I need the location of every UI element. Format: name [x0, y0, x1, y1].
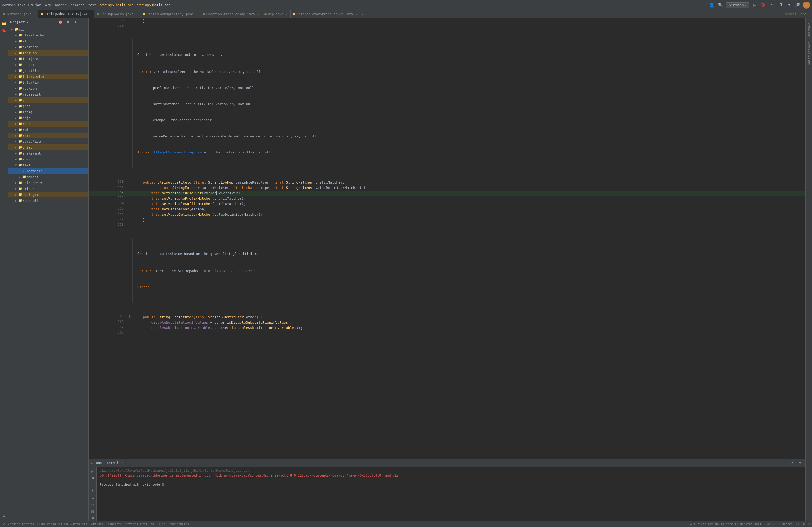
encoding-indicator[interactable]: UTF-8: [796, 522, 805, 526]
print-button[interactable]: 🖨: [90, 494, 96, 500]
list-item[interactable]: ▶ 📁 Interceptor: [8, 74, 88, 79]
breadcrumb-org[interactable]: org: [45, 3, 51, 7]
run-config[interactable]: TestMain ▾: [726, 2, 749, 8]
tab-functionstringleookup[interactable]: FunctionStringLookup.java ✕: [200, 10, 262, 18]
list-item[interactable]: ▶ 📁 tomcat: [8, 174, 88, 180]
reader-mode[interactable]: Reader Mode ✓: [785, 10, 812, 18]
list-item[interactable]: ▶ 📁 el: [8, 38, 88, 44]
bookmark-icon[interactable]: 🔖: [1, 27, 7, 34]
list-item[interactable]: ▶ 📁 exercise: [8, 44, 88, 50]
list-item[interactable]: ▼ 📂 text: [8, 162, 88, 168]
maximize-icon[interactable]: □: [797, 460, 803, 466]
list-item[interactable]: ▶ 📁 spring: [8, 156, 88, 162]
locate-icon[interactable]: 🎯: [57, 19, 64, 26]
close-icon[interactable]: ✕: [355, 13, 357, 16]
notifications-icon[interactable]: Notifications: [806, 40, 812, 67]
tab-stringlookup[interactable]: StringLookup.java ✕: [94, 10, 141, 18]
filter-icon[interactable]: ▤: [90, 508, 96, 514]
tab-map[interactable]: Map.java ✕: [262, 10, 291, 18]
stop-button[interactable]: ⏹: [90, 475, 96, 481]
list-item[interactable]: ▶ 📁 classloader: [8, 32, 88, 38]
breadcrumb-class1[interactable]: StringSubstitutor: [100, 3, 133, 7]
close-tree-icon[interactable]: ✕: [80, 19, 86, 26]
list-item[interactable]: ▶ 📁 fastjson: [8, 56, 88, 62]
list-item[interactable]: ▶ 📁 weblogic: [8, 192, 88, 197]
settings-button[interactable]: ⚙: [786, 2, 792, 8]
close-icon[interactable]: ✕: [34, 13, 35, 16]
list-item[interactable]: ▶ 📁 godzilla: [8, 67, 88, 74]
list-item[interactable]: ▶ 📁 log4j: [8, 109, 88, 115]
indent-indicator[interactable]: 4 spaces: [779, 522, 793, 526]
list-item[interactable]: ▶ 📁 jdbc: [8, 97, 88, 103]
breadcrumb-jar[interactable]: commons-text-1.9.jar: [2, 3, 41, 7]
todo-status[interactable]: ☑ TODO: [58, 522, 68, 526]
coverage-button[interactable]: ☂: [768, 2, 775, 8]
list-item[interactable]: ▶ 📁 jndi: [8, 103, 88, 109]
run-button[interactable]: ▶: [751, 2, 758, 8]
tab-more[interactable]: ▾: [360, 10, 365, 18]
project-icon[interactable]: 📁: [1, 20, 7, 27]
database-icon[interactable]: Database: [806, 20, 812, 39]
close-icon[interactable]: ✕: [195, 13, 197, 16]
list-item[interactable]: ▶ 📁 fanruan: [8, 50, 88, 56]
position-indicator[interactable]: 652:69: [765, 522, 775, 526]
search-icon[interactable]: 🔍: [717, 2, 724, 8]
list-item[interactable]: ▶ 📁 shiro: [8, 144, 88, 150]
list-item[interactable]: ▶ 📁 rmi: [8, 127, 88, 133]
gear-icon[interactable]: ⚙: [789, 460, 796, 466]
resume-button[interactable]: ↺: [90, 481, 96, 487]
list-item[interactable]: ▶ TestMain: [8, 168, 88, 174]
list-item[interactable]: ▶ 📁 resin: [8, 121, 88, 127]
list-item[interactable]: ▶ 📁 urldns: [8, 186, 88, 192]
dependencies-status[interactable]: Dependencies: [168, 522, 189, 526]
scroll-end-button[interactable]: ⬇: [90, 487, 96, 494]
endpoints-status[interactable]: Endpoints: [106, 522, 122, 526]
cmd-text: /Library/Java/JavaVirtualMachines/jdk1.8…: [100, 469, 249, 472]
close-icon[interactable]: ✕: [257, 13, 259, 16]
collapse-all-icon[interactable]: ⊟: [65, 19, 71, 26]
tab-run[interactable]: Run: TestMain ✕: [94, 459, 126, 467]
build-status[interactable]: Build: [157, 522, 165, 526]
list-item[interactable]: ▶ 📁 cc/: [8, 26, 88, 32]
terminal-status[interactable]: Terminal: [89, 522, 104, 526]
code-area[interactable]: 538 } 539: [89, 18, 805, 459]
list-item[interactable]: ▶ 📁 gadget: [8, 62, 88, 67]
list-item[interactable]: ▶ 📁 snakeyaml: [8, 150, 88, 156]
list-item[interactable]: ▶ 📁 webshell: [8, 197, 88, 204]
search-everywhere-button[interactable]: 🔎: [794, 2, 801, 8]
list-item[interactable]: ▶ 📁 interlib: [8, 79, 88, 85]
bottom-content[interactable]: /Library/Java/JavaVirtualMachines/jdk1.8…: [97, 467, 805, 521]
list-item[interactable]: ▶ 📁 pojo: [8, 115, 88, 121]
breadcrumb-apache[interactable]: apache: [55, 3, 67, 7]
profiler-status[interactable]: Profiler: [140, 522, 155, 526]
breadcrumb-class2[interactable]: StringSubstitutor: [137, 3, 170, 7]
list-item[interactable]: ▶ 📁 jackson: [8, 85, 88, 91]
services-status[interactable]: Services: [124, 522, 138, 526]
tab-stringsubstitutor[interactable]: StringSubstitutor.java ✕: [39, 10, 94, 18]
tab-testmain[interactable]: TestMain.java ✕: [0, 10, 39, 18]
breadcrumb-text[interactable]: text: [88, 3, 96, 7]
close-icon[interactable]: ✕: [90, 12, 91, 15]
tree-settings-icon[interactable]: ⚙: [72, 19, 79, 26]
close-icon[interactable]: ✕: [136, 13, 137, 16]
problems-status[interactable]: ⚠ Problems: [70, 522, 87, 526]
list-item[interactable]: ▶ 📁 javassist: [8, 91, 88, 97]
list-item[interactable]: ▶ 📁 unicodesec: [8, 180, 88, 186]
close-icon[interactable]: ✕: [286, 13, 288, 16]
trash-icon[interactable]: 🗑: [90, 515, 96, 521]
close-icon[interactable]: ✕: [122, 461, 123, 464]
profile-icon[interactable]: 👤: [709, 2, 715, 8]
list-item[interactable]: ▶ 📁 rome: [8, 133, 88, 138]
tab-stringlookupfactory[interactable]: StringLookupFactory.java ✕: [141, 10, 200, 18]
tab-interpolator[interactable]: InterpolatorStringLookup.java ✕: [291, 10, 360, 18]
breadcrumb-commons[interactable]: commons: [71, 3, 84, 7]
rerun-button[interactable]: ▶: [90, 468, 96, 474]
debug-button[interactable]: 🐞: [760, 2, 766, 8]
version-control-label[interactable]: Version Control: [8, 522, 34, 526]
run-status[interactable]: ▶ Run: [37, 522, 45, 526]
list-item[interactable]: ▶ 📁 serialize: [8, 138, 88, 144]
structure-icon[interactable]: ≡: [1, 513, 7, 520]
profile-run-button[interactable]: ⏱: [777, 2, 784, 8]
debug-status[interactable]: Debug: [47, 522, 56, 526]
settings2-icon[interactable]: ⚙: [90, 502, 96, 508]
